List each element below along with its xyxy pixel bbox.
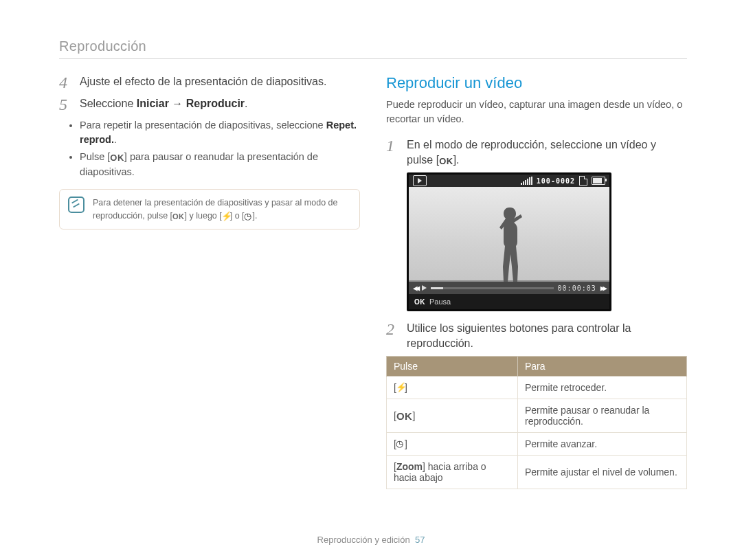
step-number: 4 (59, 74, 71, 91)
flash-icon (222, 211, 230, 221)
lcd-footer: OK Pausa (409, 294, 609, 309)
play-icon (422, 285, 427, 291)
battery-icon (592, 177, 605, 185)
text: Pulse [ (80, 151, 110, 162)
flash-icon (396, 383, 405, 393)
cell-desc: Permite retroceder. (518, 377, 687, 399)
note-icon (68, 197, 85, 213)
controls-table: Pulse Para [] Permite retroceder. [OK] P… (386, 356, 687, 489)
page-number: 57 (415, 535, 425, 545)
ok-icon: OK (172, 211, 185, 223)
lcd-transport-bar: ◀◀ 00:00:03 ▶▶ (409, 282, 609, 294)
step-text: En el modo de reproducción, seleccione u… (407, 137, 687, 167)
text-bold: Reproducir (186, 98, 245, 109)
table-header-row: Pulse Para (387, 357, 687, 377)
cell-button: [OK] (387, 399, 518, 433)
ok-icon: OK (396, 410, 413, 422)
text: Para repetir la presentación de diaposit… (80, 120, 326, 131)
cell-desc: Permite ajustar el nivel de volumen. (518, 456, 687, 489)
step-1: 1 En el modo de reproducción, seleccione… (386, 137, 687, 167)
cell-button: [] (387, 433, 518, 456)
text-bold: Iniciar (137, 98, 169, 109)
cell-desc: Permite avanzar. (518, 433, 687, 456)
lcd-status-bar: 100-0002 (409, 175, 609, 187)
lcd-status-right: 100-0002 (521, 176, 605, 186)
table-row: [OK] Permite pausar o reanudar la reprod… (387, 399, 687, 433)
text: ]. (453, 154, 460, 166)
playback-mode-icon (413, 175, 427, 186)
text: ] y luego [ (185, 211, 222, 221)
text: En el modo de reproducción, seleccione u… (407, 139, 656, 150)
person-silhouette (497, 208, 524, 282)
step-4: 4 Ajuste el efecto de la presentación de… (59, 74, 360, 91)
timecode: 00:00:03 (558, 284, 596, 292)
step-number: 2 (386, 321, 398, 350)
note-text: Para detener la presentación de diaposit… (93, 197, 337, 223)
lcd-hint-text: Pausa (429, 298, 451, 306)
page-footer: Reproducción y edición 57 (0, 535, 742, 545)
page: Reproducción 4 Ajuste el efecto de la pr… (0, 0, 742, 560)
bullet-item: Para repetir la presentación de diaposit… (80, 118, 360, 147)
fast-forward-icon: ▶▶ (600, 284, 605, 293)
footer-label: Reproducción y edición (317, 535, 410, 545)
timer-icon (396, 440, 405, 449)
text: reproducción. (407, 337, 473, 349)
text-bold: Zoom (396, 461, 423, 472)
page-header: Reproducción (59, 38, 687, 59)
table-header-para: Para (518, 357, 687, 377)
step-text: Ajuste el efecto de la presentación de d… (80, 74, 360, 91)
section-intro: Puede reproducir un vídeo, capturar una … (386, 98, 687, 126)
text: Seleccione (80, 98, 137, 109)
timer-icon (245, 211, 253, 221)
cell-button: [] (387, 377, 518, 399)
step-number: 5 (59, 96, 71, 113)
camera-lcd-preview: 100-0002 ◀◀ 00:00:03 ▶ (407, 172, 611, 311)
step-number: 1 (386, 137, 398, 167)
ok-icon: OK (414, 298, 425, 306)
text: . (114, 134, 117, 145)
section-title: Reproducir un vídeo (386, 74, 687, 92)
bullet-item: Pulse [OK] para pausar o reanudar la pre… (80, 150, 360, 179)
step-2: 2 Utilice los siguientes botones para co… (386, 321, 687, 350)
cell-button: [Zoom] hacia arriba o hacia abajo (387, 456, 518, 489)
text: Utilice los siguientes botones para cont… (407, 322, 631, 334)
right-column: Reproducir un vídeo Puede reproducir un … (386, 74, 687, 489)
step-5: 5 Seleccione Iniciar → Reproducir. (59, 96, 360, 113)
file-counter: 100-0002 (537, 177, 575, 185)
text: . (245, 98, 247, 109)
table-row: [] Permite avanzar. (387, 433, 687, 456)
step-text: Seleccione Iniciar → Reproducir. (80, 96, 360, 113)
text: ]. (253, 211, 258, 221)
text: → (169, 98, 186, 109)
text: reproducción, pulse [ (93, 211, 172, 221)
memory-card-icon (579, 176, 587, 186)
volume-level-icon (521, 177, 532, 185)
ok-icon: OK (439, 155, 453, 168)
info-note: Para detener la presentación de diaposit… (59, 189, 360, 230)
two-column-layout: 4 Ajuste el efecto de la presentación de… (59, 74, 687, 489)
table-row: [Zoom] hacia arriba o hacia abajo Permit… (387, 456, 687, 489)
cell-desc: Permite pausar o reanudar la reproducció… (518, 399, 687, 433)
bullet-list: Para repetir la presentación de diaposit… (80, 118, 360, 179)
progress-bar (431, 287, 553, 289)
ok-icon: OK (110, 152, 124, 165)
table-row: [] Permite retroceder. (387, 377, 687, 399)
text: Para detener la presentación de diaposit… (93, 198, 337, 208)
step-text: Utilice los siguientes botones para cont… (407, 321, 687, 350)
table-header-pulse: Pulse (387, 357, 518, 377)
left-column: 4 Ajuste el efecto de la presentación de… (59, 74, 360, 489)
text: pulse [ (407, 154, 439, 166)
rewind-icon: ◀◀ (413, 284, 418, 293)
